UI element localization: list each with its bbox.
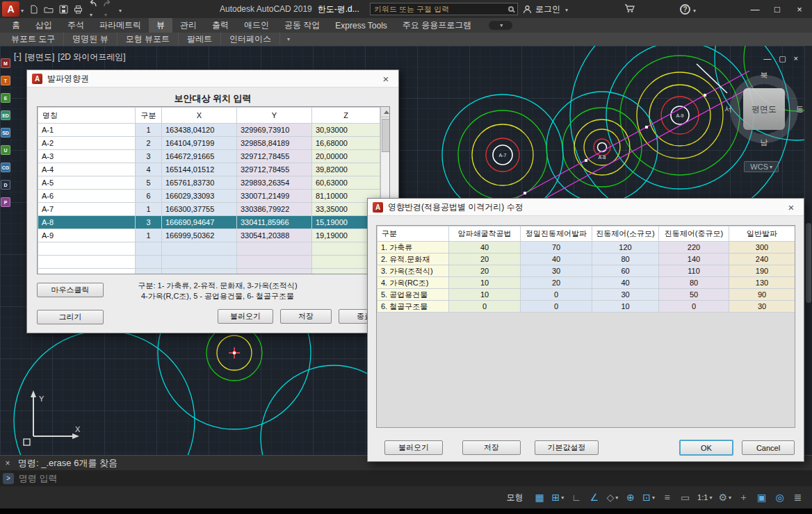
cell[interactable]: 330071,21499 <box>237 190 312 203</box>
palette-tool-button[interactable]: D <box>1 180 10 190</box>
ortho-icon[interactable]: ∟ <box>567 489 585 506</box>
cell[interactable]: 40 <box>592 277 659 289</box>
palette-tool-button[interactable]: T <box>1 76 10 85</box>
cell[interactable]: 20 <box>449 265 521 277</box>
cell[interactable]: 40 <box>449 242 521 254</box>
dialog-title-bar[interactable]: A 발파영향권 × <box>27 70 398 88</box>
app-store-button[interactable] <box>624 3 635 16</box>
cell[interactable]: 16,68000 <box>312 137 380 150</box>
draw-button[interactable]: 그리기 <box>37 310 104 324</box>
transparency-icon[interactable]: ▭ <box>676 489 694 506</box>
table-row[interactable]: A-71166300,37755330386,7992233,35000 <box>38 203 380 216</box>
ribbon-minimize-icon[interactable] <box>280 33 295 46</box>
cell[interactable]: A-5 <box>38 176 136 190</box>
cell[interactable]: 10 <box>592 301 659 313</box>
ribbon-tab-featured-apps[interactable]: 주요 응용프로그램 <box>395 18 479 33</box>
dialog-title-bar[interactable]: A 영향반경(적용공법별 이격거리) 수정 × <box>368 199 804 216</box>
load-button[interactable]: 불러오기 <box>218 309 273 324</box>
vertical-scrollbar[interactable] <box>804 46 812 455</box>
cell[interactable]: 330541,20388 <box>237 229 312 242</box>
cell[interactable]: 80 <box>659 277 729 289</box>
cell[interactable]: 166999,50362 <box>162 229 237 242</box>
cell[interactable]: 4 <box>136 163 162 176</box>
cell[interactable]: 3. 가옥(조적식) <box>377 265 449 277</box>
cell[interactable]: 190 <box>729 265 795 277</box>
column-header[interactable]: 진동제어(중규모) <box>659 226 729 242</box>
polar-tracking-icon[interactable]: ∠ <box>585 489 603 506</box>
mouse-click-button[interactable]: 마우스클릭 <box>37 283 104 297</box>
ribbon-tab-parametric[interactable]: 파라메트릭 <box>92 18 149 33</box>
ribbon-tab-output[interactable]: 출력 <box>204 18 236 33</box>
cell[interactable]: 40 <box>521 254 592 265</box>
cell[interactable]: 120 <box>592 242 659 254</box>
cell[interactable]: 329858,84189 <box>237 137 312 150</box>
empty-cell[interactable] <box>38 269 136 275</box>
viewport-controls-menu[interactable]: [-] <box>14 51 22 63</box>
palette-tool-button[interactable]: SD <box>1 128 10 138</box>
table-row[interactable] <box>38 269 380 275</box>
cell[interactable]: 164104,97199 <box>162 137 237 150</box>
cell[interactable]: A-7 <box>38 203 136 216</box>
table-row[interactable]: A-66166029,33093330071,2149981,10000 <box>38 190 380 203</box>
palette-tool-button[interactable]: E <box>1 93 10 103</box>
cell[interactable]: 0 <box>521 289 592 301</box>
empty-cell[interactable] <box>136 269 162 275</box>
viewcube-face[interactable]: 평면도 <box>743 88 785 130</box>
column-header[interactable]: 암파쇄굴착공법 <box>449 226 521 242</box>
object-snap-tracking-icon[interactable]: ⊕ <box>622 489 639 506</box>
table-row[interactable]: A-22164104,97199329858,8418916,68000 <box>38 137 380 150</box>
panel-interface[interactable]: 인터페이스 <box>221 33 280 46</box>
wcs-dropdown[interactable]: WCS <box>744 161 779 172</box>
undo-button[interactable] <box>88 0 97 19</box>
empty-cell[interactable] <box>237 269 312 275</box>
viewport-style-menu[interactable]: [2D 와이어프레임] <box>58 51 125 63</box>
help-search-box[interactable]: 키워드 또는 구절 입력 <box>370 3 518 15</box>
redo-button[interactable] <box>103 0 112 19</box>
cell[interactable]: 110 <box>659 265 729 277</box>
column-header[interactable]: 구분 <box>377 226 449 242</box>
table-row[interactable]: A-44165144,01512329712,7845539,82000 <box>38 163 380 176</box>
object-snap-icon[interactable]: ⊡ <box>640 489 658 506</box>
empty-cell[interactable] <box>237 242 312 256</box>
lineweight-icon[interactable]: ≡ <box>658 489 676 506</box>
cell[interactable]: 329969,73910 <box>237 124 312 137</box>
cell[interactable]: A-2 <box>38 137 136 150</box>
annotation-monitor-icon[interactable]: + <box>735 489 752 506</box>
plot-button[interactable] <box>74 5 83 14</box>
isodraft-icon[interactable]: ◇ <box>603 489 621 506</box>
cell[interactable]: 166690,94647 <box>162 216 237 229</box>
cell[interactable]: 10 <box>449 289 521 301</box>
column-header[interactable]: Z <box>312 108 380 124</box>
grid-icon[interactable]: ▦ <box>531 489 549 506</box>
cell[interactable]: A-8 <box>38 216 136 229</box>
cell[interactable]: 30 <box>521 265 592 277</box>
table-row[interactable]: 1. 가축류4070120220300 <box>377 242 795 254</box>
panel-palettes[interactable]: 팔레트 <box>179 33 221 46</box>
ribbon-tab-addins[interactable]: 애드인 <box>236 18 277 33</box>
save-button[interactable]: 저장 <box>280 309 332 324</box>
scrollbar-thumb[interactable] <box>806 223 811 303</box>
cell[interactable]: 20 <box>449 254 521 265</box>
new-file-button[interactable] <box>29 5 38 14</box>
dialog-close-icon[interactable]: × <box>378 73 393 85</box>
table-row[interactable] <box>38 242 380 256</box>
cell[interactable]: 140 <box>659 254 729 265</box>
table-row[interactable]: 4. 가옥(RC조)10204080130 <box>377 277 795 289</box>
column-header[interactable]: 진동제어(소규모) <box>592 226 659 242</box>
empty-cell[interactable] <box>38 256 136 269</box>
column-header[interactable]: 정밀진동제어발파 <box>521 226 592 242</box>
cell[interactable]: 5. 공업용건물 <box>377 289 449 301</box>
chevron-down-icon[interactable] <box>19 3 24 15</box>
ribbon-tab-annotate[interactable]: 주석 <box>60 18 92 33</box>
palette-tool-button[interactable]: M <box>1 58 10 68</box>
column-header[interactable]: X <box>162 108 237 124</box>
cell[interactable]: 165761,83730 <box>162 176 237 190</box>
viewcube-south[interactable]: 남 <box>761 138 768 148</box>
cell[interactable]: 50 <box>659 289 729 301</box>
search-icon[interactable] <box>508 6 514 12</box>
default-values-button[interactable]: 기본값설정 <box>535 440 599 455</box>
isolate-objects-icon[interactable]: ◎ <box>771 489 788 506</box>
command-close-icon[interactable]: × <box>3 458 12 468</box>
cell[interactable]: A-1 <box>38 124 136 137</box>
viewcube-west[interactable]: 서 <box>724 104 732 115</box>
